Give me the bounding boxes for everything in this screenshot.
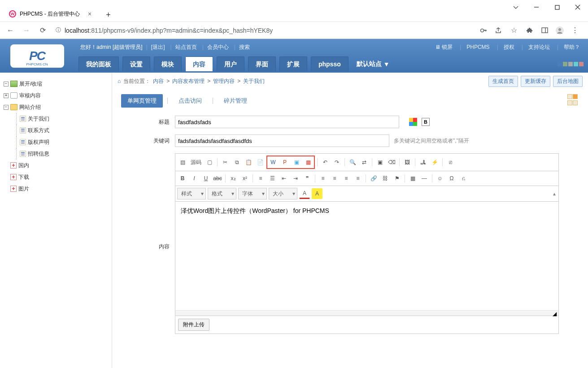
- crumb-publish[interactable]: 内容发布管理: [172, 78, 205, 85]
- crumb-about[interactable]: 关于我们: [243, 78, 265, 85]
- align-left-icon[interactable]: ≡: [318, 173, 328, 184]
- size-select[interactable]: 大小: [269, 188, 297, 199]
- subtab-fragment[interactable]: 碎片管理: [218, 94, 253, 108]
- tree-review[interactable]: +审核内容: [4, 90, 108, 101]
- source-icon[interactable]: ▤: [177, 157, 188, 168]
- capture-icon[interactable]: ⎚: [445, 157, 456, 168]
- panel-icon[interactable]: [538, 24, 551, 37]
- ppt-import-icon[interactable]: P: [279, 157, 290, 168]
- source-label[interactable]: 源码: [189, 159, 203, 166]
- lock-screen-link[interactable]: 🖥 锁屏: [435, 43, 453, 51]
- tree-contact[interactable]: 联系方式: [4, 125, 108, 136]
- profile-icon[interactable]: [553, 24, 566, 37]
- address-bar[interactable]: ⓘ localhost:811/phpcms-v9/index.php?m=ad…: [52, 26, 474, 34]
- home-icon[interactable]: ⌂: [118, 78, 121, 84]
- crumb-manage[interactable]: 管理内容: [213, 78, 235, 85]
- attach-upload-button[interactable]: 附件上传: [178, 319, 209, 331]
- site-selector[interactable]: 默认站点 ▼: [357, 60, 390, 68]
- menu-icon[interactable]: ⋮: [568, 24, 582, 37]
- link-icon[interactable]: 🔗: [368, 173, 379, 184]
- star-icon[interactable]: ☆: [507, 24, 521, 37]
- nav-phpsso[interactable]: phpsso: [311, 56, 348, 71]
- collapse-toolbar-icon[interactable]: ▲: [552, 191, 557, 196]
- caret-down-icon[interactable]: [505, 0, 526, 14]
- strike-icon[interactable]: abc: [212, 173, 223, 184]
- close-tab-icon[interactable]: ×: [88, 10, 91, 17]
- subscript-icon[interactable]: x₂: [228, 173, 239, 184]
- cut-icon[interactable]: ✂: [220, 157, 231, 168]
- smiley-icon[interactable]: ☺: [435, 173, 445, 184]
- bg-color-icon[interactable]: A: [312, 188, 322, 199]
- share-icon[interactable]: [492, 24, 505, 37]
- special-char-icon[interactable]: Ω: [446, 173, 457, 184]
- search-link[interactable]: 搜索: [239, 43, 250, 51]
- superscript-icon[interactable]: x²: [240, 173, 250, 184]
- nav-modules[interactable]: 模块: [154, 56, 182, 71]
- word-import-icon[interactable]: W: [268, 157, 279, 168]
- tree-copyright[interactable]: 版权声明: [4, 136, 108, 148]
- logout-link[interactable]: [退出]: [151, 43, 165, 51]
- member-center-link[interactable]: 会员中心: [207, 43, 229, 51]
- flash-icon[interactable]: ⚡: [429, 157, 440, 168]
- tree-domestic[interactable]: +国内: [4, 160, 108, 171]
- gen-home-button[interactable]: 生成首页: [488, 76, 518, 87]
- copy-icon[interactable]: ⧉: [231, 157, 242, 168]
- title-input[interactable]: [175, 116, 399, 128]
- image2-icon[interactable]: 🏞: [418, 157, 428, 168]
- bold-icon[interactable]: B: [422, 118, 430, 126]
- format-select[interactable]: 格式: [208, 188, 236, 199]
- font-select[interactable]: 字体: [238, 188, 267, 199]
- hr-icon[interactable]: ―: [419, 173, 430, 184]
- align-justify-icon[interactable]: ≡: [353, 173, 363, 184]
- subtab-single-page[interactable]: 单网页管理: [121, 94, 163, 108]
- forum-link[interactable]: 支持论坛: [528, 43, 550, 51]
- text-color-icon[interactable]: A: [299, 188, 310, 199]
- maximize-button[interactable]: [547, 0, 567, 14]
- image-icon[interactable]: 🖼: [402, 157, 413, 168]
- keywords-input[interactable]: [175, 134, 389, 147]
- editor-textarea[interactable]: 泽优Word图片上传控件（WordPaster） for PHPCMS: [175, 202, 558, 310]
- quote-icon[interactable]: ❞: [302, 173, 313, 184]
- pagebreak-icon[interactable]: ⎌: [458, 173, 469, 184]
- nav-extend[interactable]: 扩展: [279, 56, 307, 71]
- align-right-icon[interactable]: ≡: [341, 173, 352, 184]
- nav-settings[interactable]: 设置: [122, 56, 150, 71]
- find-icon[interactable]: 🔍: [347, 157, 358, 168]
- tree-jobs[interactable]: 招聘信息: [4, 148, 108, 160]
- license-link[interactable]: 授权: [504, 43, 514, 51]
- nav-content[interactable]: 内容: [185, 56, 213, 71]
- underline-icon[interactable]: U: [200, 173, 211, 184]
- reload-button[interactable]: ⟳: [36, 24, 49, 37]
- new-tab-button[interactable]: +: [102, 9, 114, 22]
- phpcms-link[interactable]: PHPCMS: [466, 44, 489, 50]
- extensions-icon[interactable]: [523, 24, 536, 37]
- logo[interactable]: PC PHPCMS.CN: [0, 39, 74, 73]
- redo-icon[interactable]: ↷: [331, 157, 342, 168]
- align-center-icon[interactable]: ≡: [329, 173, 340, 184]
- outdent-icon[interactable]: ⇤: [279, 173, 289, 184]
- resize-handle-icon[interactable]: ◢: [175, 310, 558, 316]
- indent-icon[interactable]: ⇥: [290, 173, 301, 184]
- tree-site-intro[interactable]: −网站介绍: [4, 101, 108, 113]
- theme-swatches[interactable]: [558, 62, 584, 66]
- nav-mypanel[interactable]: 我的面板: [78, 56, 119, 71]
- color-picker-icon[interactable]: [409, 118, 417, 126]
- subtab-visit[interactable]: 点击访问: [172, 94, 208, 108]
- pdf-import-icon[interactable]: ▦: [303, 157, 314, 168]
- removeformat-icon[interactable]: ⌫: [386, 157, 397, 168]
- ol-icon[interactable]: ≡: [255, 173, 266, 184]
- layout-toggle-icon[interactable]: [567, 94, 579, 106]
- tree-about-us[interactable]: 关于我们: [4, 113, 108, 125]
- minimize-button[interactable]: [526, 0, 547, 14]
- tree-download[interactable]: +下载: [4, 171, 108, 183]
- tree-image[interactable]: +图片: [4, 183, 108, 195]
- nav-user[interactable]: 用户: [217, 56, 244, 71]
- ul-icon[interactable]: ☰: [267, 173, 278, 184]
- unlink-icon[interactable]: ⛓: [380, 173, 391, 184]
- tree-expand-all[interactable]: −展开/收缩: [4, 78, 108, 90]
- table-icon[interactable]: ▦: [407, 173, 418, 184]
- anchor-icon[interactable]: ⚑: [392, 173, 402, 184]
- paste-icon[interactable]: 📋: [243, 157, 254, 168]
- bold-icon[interactable]: B: [177, 173, 188, 184]
- italic-icon[interactable]: I: [189, 173, 200, 184]
